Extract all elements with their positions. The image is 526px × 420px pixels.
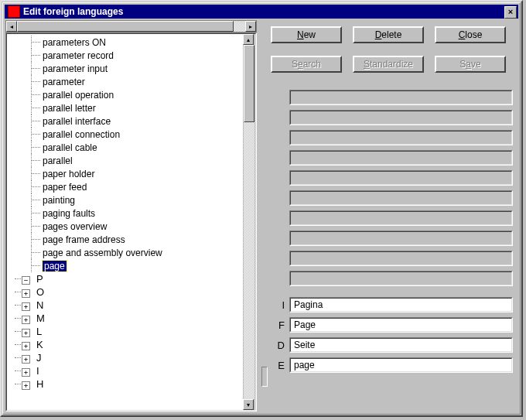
- tree-group[interactable]: +J: [10, 351, 243, 364]
- tree-item[interactable]: parallel interface: [10, 114, 243, 128]
- lang-label: F: [271, 319, 285, 331]
- expand-icon[interactable]: +: [22, 302, 30, 311]
- tree-item[interactable]: paging faults: [10, 207, 243, 220]
- lang-input[interactable]: Pagina: [290, 298, 512, 312]
- tree-item[interactable]: parameter input: [10, 62, 243, 75]
- tree-group[interactable]: +I: [10, 364, 243, 377]
- expand-icon[interactable]: +: [22, 355, 30, 364]
- tree-item[interactable]: parameter record: [10, 49, 243, 62]
- scroll-up-button[interactable]: ▴: [243, 34, 254, 45]
- tree-item[interactable]: page: [10, 259, 243, 272]
- tree-item[interactable]: paper feed: [10, 180, 243, 193]
- lang-input[interactable]: Page: [290, 318, 512, 332]
- horizontal-scrollbar[interactable]: ◂ ▸: [5, 20, 257, 32]
- tree-item[interactable]: painting: [10, 193, 243, 207]
- titlebar: Edit foreign languages ×: [5, 5, 518, 19]
- form-pane: New Delete Close Search Standardize Save…: [266, 20, 517, 411]
- tree-item[interactable]: pages overview: [10, 220, 243, 233]
- save-button[interactable]: Save: [435, 56, 506, 73]
- delete-button[interactable]: Delete: [353, 26, 424, 43]
- window-title: Edit foreign languages: [23, 6, 123, 17]
- scroll-right-button[interactable]: ▸: [245, 21, 256, 32]
- dialog-window: Edit foreign languages × ◂ ▸ parameters …: [0, 0, 523, 417]
- tree-view[interactable]: parameters ONparameter recordparameter i…: [7, 34, 243, 410]
- scroll-track-v[interactable]: [244, 45, 254, 399]
- tree-item[interactable]: page and assembly overview: [10, 246, 243, 259]
- lang-label: E: [271, 360, 285, 371]
- standardize-button[interactable]: Standardize: [353, 56, 424, 73]
- scroll-thumb-h[interactable]: [17, 21, 234, 32]
- lang-label: I: [271, 299, 285, 311]
- vertical-scrollbar[interactable]: ▴ ▾: [243, 34, 255, 410]
- lang-field[interactable]: [290, 151, 512, 165]
- tree-pane: ◂ ▸ parameters ONparameter recordparamet…: [5, 20, 257, 411]
- tree-item[interactable]: parameter: [10, 75, 243, 88]
- tree-item[interactable]: page frame address: [10, 233, 243, 246]
- expand-icon[interactable]: +: [22, 289, 30, 298]
- expand-icon[interactable]: +: [22, 368, 30, 377]
- scroll-down-button[interactable]: ▾: [243, 399, 254, 410]
- scroll-thumb-v[interactable]: [244, 45, 254, 122]
- close-icon[interactable]: ×: [504, 6, 517, 19]
- lang-input[interactable]: page: [290, 358, 512, 372]
- lang-field[interactable]: [290, 231, 512, 245]
- tree-item[interactable]: parallel: [10, 154, 243, 167]
- scroll-track-h[interactable]: [17, 21, 245, 32]
- lang-field[interactable]: [290, 171, 512, 185]
- tree-group[interactable]: −P: [10, 272, 243, 285]
- lang-field[interactable]: [290, 251, 512, 265]
- title-icon: [8, 5, 20, 18]
- lang-field[interactable]: [290, 90, 512, 104]
- expand-icon[interactable]: +: [22, 316, 30, 324]
- tree-group[interactable]: +O: [10, 285, 243, 299]
- close-button[interactable]: Close: [435, 26, 506, 43]
- tree-group[interactable]: +L: [10, 325, 243, 338]
- lang-field[interactable]: [290, 111, 512, 125]
- tree-item[interactable]: paper holder: [10, 167, 243, 180]
- tree-group[interactable]: +K: [10, 338, 243, 351]
- tree-group[interactable]: +N: [10, 299, 243, 312]
- tree-group[interactable]: +M: [10, 312, 243, 325]
- lang-field[interactable]: [290, 131, 512, 145]
- search-button[interactable]: Search: [271, 56, 342, 73]
- lang-field[interactable]: [290, 211, 512, 225]
- lang-field[interactable]: [290, 271, 512, 285]
- collapse-icon[interactable]: −: [22, 276, 30, 285]
- lang-field[interactable]: [290, 191, 512, 205]
- tree-item[interactable]: parallel letter: [10, 101, 243, 114]
- expand-icon[interactable]: +: [22, 381, 30, 390]
- scroll-left-button[interactable]: ◂: [6, 21, 17, 32]
- lang-input[interactable]: Seite: [290, 338, 512, 352]
- new-button[interactable]: New: [271, 26, 342, 43]
- tree-item[interactable]: parallel cable: [10, 141, 243, 154]
- expand-icon[interactable]: +: [22, 329, 30, 337]
- tree-group[interactable]: +H: [10, 377, 243, 391]
- lang-label: D: [271, 340, 285, 351]
- tree-item[interactable]: parameters ON: [10, 36, 243, 49]
- tree-item[interactable]: parallel operation: [10, 88, 243, 101]
- expand-icon[interactable]: +: [22, 342, 30, 350]
- tree-item[interactable]: parallel connection: [10, 128, 243, 141]
